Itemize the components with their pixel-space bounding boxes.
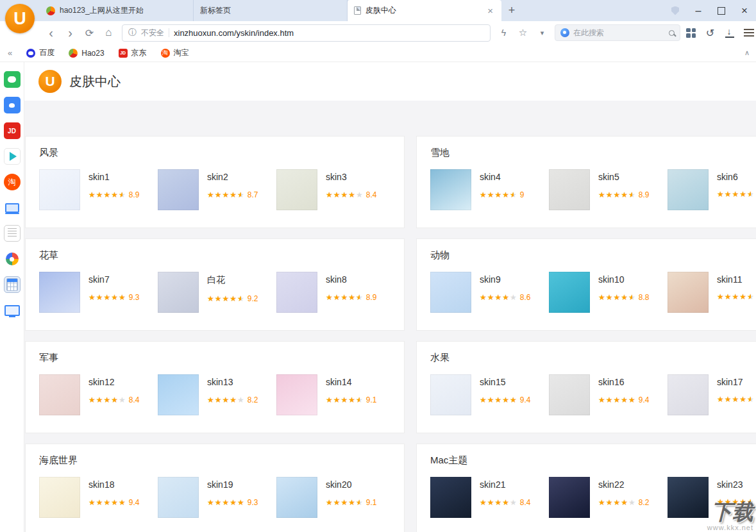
skin-thumbnail[interactable]	[430, 374, 471, 415]
skin-item[interactable]: skin4 ★★★★★★★★★★ 9	[430, 169, 549, 210]
skin-name: skin13	[207, 377, 258, 387]
close-button[interactable]	[733, 0, 756, 21]
skin-thumbnail[interactable]	[39, 477, 80, 518]
menu-icon[interactable]	[740, 24, 756, 42]
skin-item[interactable]: skin18 ★★★★★★★★★★ 9.4	[39, 477, 158, 518]
skin-item[interactable]: skin22 ★★★★★★★★★★ 8.2	[549, 477, 668, 518]
skin-score: 9.3	[248, 498, 258, 507]
refresh-button[interactable]	[81, 24, 98, 42]
search-input[interactable]	[573, 28, 665, 37]
skin-item[interactable]: skin23 ★★★★★★★★★★	[668, 477, 756, 518]
calculator-icon[interactable]	[4, 276, 21, 293]
category-title: 军事	[39, 352, 391, 364]
home-button[interactable]	[100, 24, 117, 42]
skin-thumbnail[interactable]	[158, 169, 199, 210]
skin-item[interactable]: skin5 ★★★★★★★★★★ 8.9	[549, 169, 668, 210]
skin-item[interactable]: 白花 ★★★★★★★★★★ 9.2	[158, 272, 276, 313]
skin-thumbnail[interactable]	[276, 272, 317, 313]
skin-item[interactable]: skin14 ★★★★★★★★★★ 9.1	[276, 374, 395, 415]
search-box[interactable]	[555, 24, 680, 41]
tab-skin-center[interactable]: 皮肤中心 ×	[348, 0, 501, 21]
tab-close-icon[interactable]: ×	[486, 5, 494, 16]
wechat-icon[interactable]	[4, 71, 21, 88]
browser-logo[interactable]: U	[5, 4, 35, 33]
new-tab-button[interactable]: +	[501, 0, 522, 21]
minimize-button[interactable]	[687, 0, 710, 21]
skin-item[interactable]: skin9 ★★★★★★★★★★ 8.6	[430, 272, 549, 313]
monitor-icon[interactable]	[4, 302, 21, 319]
video-player-icon[interactable]	[4, 148, 21, 165]
skin-thumbnail[interactable]	[549, 477, 590, 518]
skin-item[interactable]: skin8 ★★★★★★★★★★ 8.9	[276, 272, 395, 313]
apps-grid-icon[interactable]	[682, 24, 700, 42]
skin-thumbnail[interactable]	[276, 374, 317, 415]
baidu-icon[interactable]	[4, 97, 21, 113]
skin-item[interactable]: skin17 ★★★★★★★★★★	[668, 374, 756, 415]
skin-meta: skin3 ★★★★★★★★★★ 8.4	[326, 169, 376, 210]
skin-thumbnail[interactable]	[158, 477, 199, 518]
skin-thumbnail[interactable]	[39, 374, 80, 415]
url-text[interactable]: xinzhuoxun.com/yskin/index.htm	[174, 28, 484, 38]
skin-thumbnail[interactable]	[668, 477, 709, 518]
skin-item[interactable]: skin1 ★★★★★★★★★★ 8.9	[39, 169, 158, 210]
skin-item[interactable]: skin2 ★★★★★★★★★★ 8.7	[158, 169, 276, 210]
bookmark-jd[interactable]: 京东	[119, 47, 147, 58]
skin-item[interactable]: skin13 ★★★★★★★★★★ 8.2	[158, 374, 276, 415]
skin-item[interactable]: skin11 ★★★★★★★★★★	[668, 272, 756, 313]
bookmark-star-icon[interactable]	[514, 24, 532, 42]
skin-item[interactable]: skin10 ★★★★★★★★★★ 8.8	[549, 272, 668, 313]
skin-item[interactable]: skin6 ★★★★★★★★★★	[668, 169, 756, 210]
search-icon[interactable]	[669, 30, 675, 36]
address-bar[interactable]: ⓘ 不安全 xinzhuoxun.com/yskin/index.htm	[122, 24, 491, 42]
notes-icon[interactable]	[4, 225, 21, 242]
skin-item[interactable]: skin16 ★★★★★★★★★★ 9.4	[549, 374, 668, 415]
jd-icon[interactable]	[4, 122, 21, 139]
skin-item[interactable]: skin7 ★★★★★★★★★★ 9.3	[39, 272, 158, 313]
taobao-icon[interactable]	[4, 174, 21, 190]
tab-new-tab[interactable]: 新标签页	[194, 0, 348, 21]
forward-button[interactable]	[62, 24, 79, 42]
skin-item[interactable]: skin21 ★★★★★★★★★★ 8.4	[430, 477, 549, 518]
skin-thumbnail[interactable]	[668, 272, 709, 313]
skin-thumbnail[interactable]	[158, 374, 199, 415]
skin-thumbnail[interactable]	[430, 477, 471, 518]
bookmark-taobao[interactable]: 淘宝	[161, 47, 189, 58]
skin-thumbnail[interactable]	[430, 272, 471, 313]
tab-hao123[interactable]: hao123_上网从这里开始	[40, 0, 194, 21]
skin-thumbnail[interactable]	[158, 272, 199, 313]
skin-thumbnail[interactable]	[39, 169, 80, 210]
info-icon[interactable]: ⓘ	[128, 27, 137, 38]
skin-item[interactable]: skin3 ★★★★★★★★★★ 8.4	[276, 169, 395, 210]
skin-score: 8.9	[366, 293, 377, 302]
skin-thumbnail[interactable]	[549, 272, 590, 313]
back-button[interactable]	[42, 24, 60, 42]
skin-item[interactable]: skin19 ★★★★★★★★★★ 9.3	[158, 477, 276, 518]
skin-thumbnail[interactable]	[549, 374, 590, 415]
collapse-up-icon[interactable]: ∧	[744, 49, 750, 57]
skin-thumbnail[interactable]	[39, 272, 80, 313]
paint-icon[interactable]	[4, 251, 21, 267]
download-icon[interactable]	[721, 24, 738, 42]
skin-item[interactable]: skin15 ★★★★★★★★★★ 9.4	[430, 374, 549, 415]
speed-mode-icon[interactable]	[495, 24, 512, 42]
skin-item[interactable]: skin12 ★★★★★★★★★★ 8.4	[39, 374, 158, 415]
collapse-bookmarks-icon[interactable]: «	[8, 48, 12, 58]
skin-thumbnail[interactable]	[276, 477, 317, 518]
chevron-down-icon[interactable]	[533, 24, 551, 42]
bookmark-baidu[interactable]: 百度	[26, 47, 55, 58]
skin-meta: skin1 ★★★★★★★★★★ 8.9	[88, 169, 139, 210]
category-card: 水果 skin15 ★★★★★★★★★★ 9.4 skin16 ★★★★★★★★…	[416, 341, 756, 433]
laptop-icon[interactable]	[4, 199, 21, 216]
skin-score: 9.4	[129, 498, 140, 507]
skin-item[interactable]: skin20 ★★★★★★★★★★ 9.1	[276, 477, 395, 518]
skin-thumbnail[interactable]	[276, 169, 317, 210]
shield-icon[interactable]	[664, 0, 687, 21]
history-undo-icon[interactable]	[701, 24, 719, 42]
bookmark-hao123[interactable]: Hao23	[69, 49, 104, 58]
skin-thumbnail[interactable]	[668, 374, 709, 415]
maximize-button[interactable]	[710, 0, 733, 21]
skin-thumbnail[interactable]	[549, 169, 590, 210]
skin-thumbnail[interactable]	[668, 169, 709, 210]
skin-thumbnail[interactable]	[430, 169, 471, 210]
search-engine-icon[interactable]	[560, 28, 569, 37]
